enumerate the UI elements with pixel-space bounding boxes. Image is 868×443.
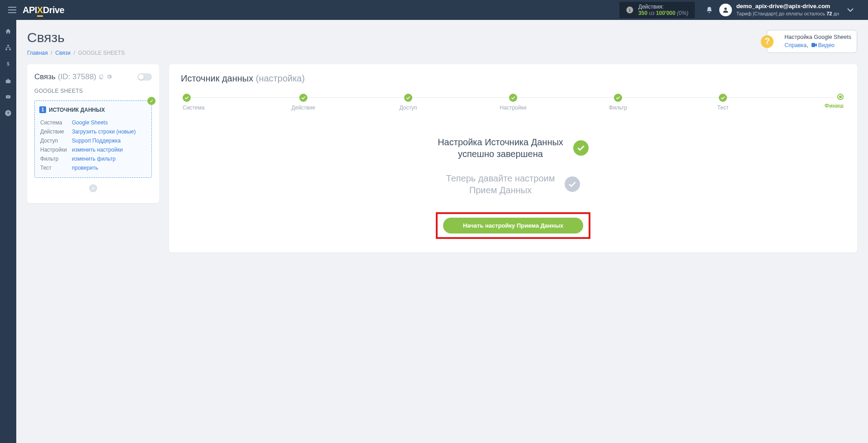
source-details-table: СистемаGoogle SheetsДействиеЗагрузить ст…: [39, 118, 147, 173]
detail-link[interactable]: Google Sheets: [72, 119, 108, 126]
help-badge-icon: ?: [761, 35, 774, 48]
connection-title: Связь (ID: 37588): [34, 72, 112, 81]
step-dot-icon: [404, 94, 412, 102]
youtube-icon: [5, 94, 12, 100]
detail-key: Тест: [40, 164, 71, 172]
breadcrumb: Главная / Связи / GOOGLE SHEETS: [27, 50, 125, 56]
source-detail-row: ДоступSupport Поддержка: [40, 137, 146, 145]
step-dot-icon: [183, 94, 191, 102]
actions-label: Действия:: [638, 4, 689, 10]
check-icon: ✓: [147, 97, 156, 105]
svg-rect-7: [6, 80, 11, 83]
source-box: ✓ 1 ИСТОЧНИК ДАННЫХ СистемаGoogle Sheets…: [34, 100, 152, 178]
svg-text:i: i: [629, 8, 631, 13]
connection-summary-card: Связь (ID: 37588) GOOGLE SHEETS ✓ 1 ИСТО…: [27, 64, 159, 203]
actions-of: из: [649, 10, 654, 16]
header-actions-counter[interactable]: i Действия: 350 из 100'000 (0%): [619, 2, 695, 18]
status-row-pending: Теперь давайте настроим Прием Данных: [181, 172, 845, 196]
sidebar-work[interactable]: [5, 78, 12, 84]
connection-id: (ID: 37588): [58, 72, 96, 81]
status-success-text: Настройка Источника Данных успешно завер…: [438, 136, 563, 160]
source-detail-row: Настройкиизменить настройки: [40, 146, 146, 154]
svg-text:?: ?: [7, 111, 9, 115]
detail-link[interactable]: проверить: [72, 165, 98, 171]
app-header: APIXDrive i Действия: 350 из 100'000 (0%…: [0, 0, 868, 20]
gear-icon[interactable]: [106, 74, 112, 80]
wizard-title: Источник данных (настройка): [181, 73, 845, 84]
add-destination-button[interactable]: +: [89, 184, 97, 192]
help-link-docs[interactable]: Справка: [784, 42, 807, 48]
connection-toggle[interactable]: [137, 73, 152, 81]
wizard-step[interactable]: Тест: [707, 94, 739, 111]
detail-key: Фильтр: [40, 155, 71, 163]
source-box-title: 1 ИСТОЧНИК ДАННЫХ: [39, 106, 147, 113]
avatar: [719, 4, 732, 16]
logo[interactable]: APIXDrive: [23, 5, 64, 15]
sidebar-home[interactable]: [5, 28, 12, 34]
check-circle-icon: [573, 140, 589, 156]
svg-rect-4: [5, 49, 7, 50]
sidebar-connections[interactable]: [5, 44, 12, 51]
copy-icon[interactable]: [99, 74, 104, 80]
step-dot-icon: [837, 94, 844, 100]
step-dot-icon: [719, 94, 727, 102]
wizard-step[interactable]: Система: [183, 94, 214, 111]
wizard-step[interactable]: Фильтр: [602, 94, 634, 111]
user-menu[interactable]: demo_apix-drive@apix-drive.com Тариф |Ст…: [719, 3, 868, 17]
svg-point-2: [724, 8, 726, 10]
logo-x: X: [37, 5, 43, 17]
connection-subtitle: GOOGLE SHEETS: [34, 88, 152, 94]
detail-key: Доступ: [40, 137, 71, 145]
logo-pre: API: [23, 5, 37, 15]
sidebar-billing[interactable]: $: [6, 61, 10, 68]
svg-rect-5: [9, 49, 11, 50]
wizard-step[interactable]: Доступ: [392, 94, 424, 111]
home-icon: [5, 28, 12, 34]
detail-key: Действие: [40, 128, 71, 136]
wizard-step[interactable]: Действие: [288, 94, 319, 111]
dollar-icon: $: [6, 61, 10, 68]
breadcrumb-links[interactable]: Связи: [55, 50, 71, 56]
svg-rect-11: [811, 43, 815, 47]
help-link-video[interactable]: Видео: [818, 42, 835, 48]
sidebar-video[interactable]: [5, 94, 12, 100]
wizard-steps: СистемаДействиеДоступНастройкиФильтрТест…: [181, 94, 845, 111]
svg-rect-3: [7, 45, 9, 46]
detail-link[interactable]: изменить фильтр: [72, 156, 116, 162]
step-label: Финиш: [825, 103, 844, 109]
detail-link[interactable]: изменить настройки: [72, 147, 123, 153]
step-label: Фильтр: [609, 105, 627, 111]
user-email: demo_apix-drive@apix-drive.com: [736, 3, 839, 10]
check-circle-gray-icon: [565, 176, 580, 192]
hamburger-menu[interactable]: [5, 3, 20, 17]
step-label: Тест: [717, 105, 729, 111]
step-label: Система: [183, 105, 204, 111]
breadcrumb-home[interactable]: Главная: [27, 50, 48, 56]
detail-link[interactable]: Support Поддержка: [72, 138, 121, 144]
detail-key: Система: [40, 119, 71, 127]
actions-total: 100'000: [656, 10, 675, 16]
status-row-success: Настройка Источника Данных успешно завер…: [181, 136, 845, 160]
wizard-card: Источник данных (настройка) СистемаДейст…: [169, 64, 857, 252]
user-icon: [722, 6, 729, 14]
wizard-step[interactable]: Настройки: [497, 94, 529, 111]
video-icon: [811, 43, 818, 48]
briefcase-icon: [5, 78, 12, 84]
help-box: ? Настройка Google Sheets Справка, Видео: [767, 30, 857, 53]
user-days: 72: [826, 11, 832, 16]
help-title: Настройка Google Sheets: [784, 33, 851, 42]
wizard-step[interactable]: Финиш: [812, 94, 844, 109]
page-title: Связь: [27, 30, 125, 45]
actions-pct: (0%): [677, 10, 688, 16]
breadcrumb-current: GOOGLE SHEETS: [78, 50, 125, 56]
start-destination-setup-button[interactable]: Начать настройку Приема Данных: [443, 218, 583, 233]
step-label: Действие: [292, 105, 316, 111]
sidebar-help[interactable]: ?: [5, 110, 12, 117]
detail-link[interactable]: Загрузить строки (новые): [72, 129, 136, 135]
sidebar: $ ?: [0, 20, 16, 262]
source-detail-row: ДействиеЗагрузить строки (новые): [40, 128, 146, 136]
user-days-unit: дн: [832, 11, 839, 16]
chevron-down-icon: [844, 8, 857, 12]
question-icon: ?: [5, 110, 12, 117]
notifications-bell[interactable]: [699, 6, 719, 14]
